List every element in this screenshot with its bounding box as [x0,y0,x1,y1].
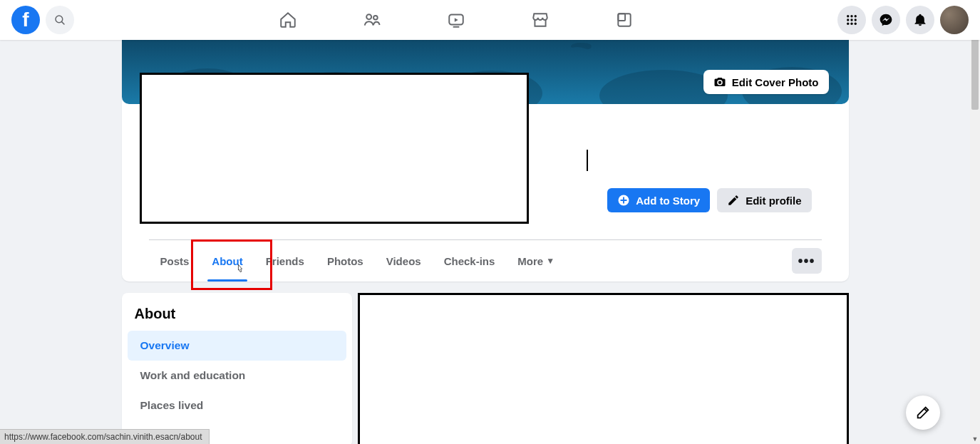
profile-header: Add to Story Edit profile [122,104,849,239]
about-sidebar: About Overview Work and education Places… [122,293,352,444]
edit-profile-button[interactable]: Edit profile [717,188,811,212]
page-body: Edit Cover Photo Add to Story Edit profi… [0,40,970,444]
search-button[interactable] [46,6,74,34]
topnav-right [837,6,969,34]
edit-cover-button[interactable]: Edit Cover Photo [703,70,829,94]
svg-point-14 [847,23,849,25]
about-section: About Overview Work and education Places… [122,293,849,444]
svg-point-2 [366,14,371,19]
nav-friends[interactable] [355,3,389,37]
plus-circle-icon [617,194,630,207]
tab-videos[interactable]: Videos [375,240,433,282]
tab-more-label: More [517,255,543,267]
top-nav: f [0,0,980,40]
camera-icon [713,76,726,88]
nav-watch[interactable] [439,3,473,37]
about-item-overview[interactable]: Overview [128,331,346,361]
notifications-button[interactable] [906,6,934,34]
tab-more[interactable]: More ▼ [506,240,566,282]
nav-gaming[interactable] [607,3,641,37]
svg-point-11 [847,19,849,21]
about-item-places-lived[interactable]: Places lived [128,391,346,420]
svg-line-1 [62,22,64,24]
add-to-story-button[interactable]: Add to Story [607,188,710,212]
svg-point-8 [847,15,849,17]
edit-profile-label: Edit profile [746,195,801,207]
center-nav-tabs [74,3,837,37]
tab-posts[interactable]: Posts [149,240,201,282]
svg-point-12 [850,19,852,21]
friends-icon [363,11,381,29]
svg-rect-6 [618,14,630,26]
profile-more-button[interactable]: ••• [792,248,822,274]
account-avatar[interactable] [940,6,969,34]
home-icon [279,11,297,29]
profile-action-buttons: Add to Story Edit profile [607,188,811,212]
about-item-work-education[interactable]: Work and education [128,361,346,391]
text-cursor [587,150,588,171]
tab-about[interactable]: About [200,240,254,282]
scroll-down-arrow[interactable]: ▼ [970,434,980,444]
about-heading: About [122,306,352,331]
nav-marketplace[interactable] [523,3,557,37]
nav-home[interactable] [271,3,305,37]
svg-point-10 [855,15,857,17]
menu-button[interactable] [837,6,866,34]
messenger-icon [879,13,893,27]
profile-tabs: Posts About Friends Photos Videos Check-… [122,240,849,282]
browser-status-bar: https://www.facebook.com/sachin.vinith.e… [0,429,210,444]
chevron-down-icon: ▼ [546,256,555,266]
search-icon [53,14,66,26]
facebook-logo[interactable]: f [11,6,40,34]
svg-rect-7 [618,14,625,21]
gaming-icon [615,11,634,29]
messenger-button[interactable] [872,6,900,34]
add-to-story-label: Add to Story [636,195,700,207]
watch-icon [447,11,465,29]
browser-scrollbar[interactable]: ▲ ▼ [970,0,980,444]
svg-point-16 [855,23,857,25]
marketplace-icon [531,11,550,29]
compose-icon [915,405,931,420]
tab-checkins[interactable]: Check-ins [433,240,507,282]
grid-icon [845,14,858,26]
svg-point-3 [373,16,378,20]
redacted-profile-block [140,73,529,224]
bell-icon [913,13,927,27]
compose-button[interactable] [906,396,940,430]
redacted-about-content [358,293,849,444]
svg-point-9 [850,15,852,17]
profile-container: Edit Cover Photo Add to Story Edit profi… [122,40,849,282]
pencil-icon [727,194,740,207]
svg-point-13 [855,19,857,21]
tab-friends[interactable]: Friends [254,240,316,282]
tab-photos[interactable]: Photos [316,240,375,282]
svg-point-15 [850,23,852,25]
edit-cover-label: Edit Cover Photo [732,76,819,88]
